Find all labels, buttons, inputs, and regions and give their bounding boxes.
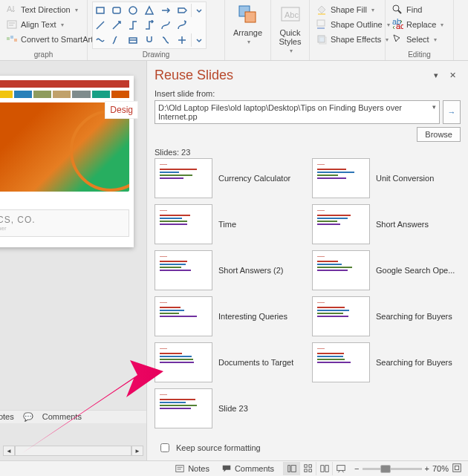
shape-effects-button[interactable]: Shape Effects▾: [314, 33, 380, 46]
shape-outline-icon: [316, 19, 328, 30]
fit-to-window-button[interactable]: [452, 463, 462, 475]
convert-smartart-button[interactable]: Convert to SmartArt▾: [4, 33, 82, 46]
arrange-group: Arrange▾: [225, 0, 271, 60]
insert-from-label: Insert slide from:: [155, 89, 461, 98]
find-icon: [391, 4, 403, 16]
source-path-input[interactable]: D:\Old Laptop Files\old laptop\Desktop\T…: [155, 100, 440, 124]
slide-thumbnail[interactable]: ——: [155, 250, 212, 290]
arrange-icon: [236, 3, 260, 27]
slide-thumbnail[interactable]: ——: [155, 342, 212, 382]
svg-rect-1: [7, 21, 16, 28]
svg-text:A: A: [7, 4, 13, 13]
design-ideas-card[interactable]: Desig ANICS, CO. s together: [0, 76, 134, 247]
slide-item-label: Time: [218, 220, 236, 229]
pane-close-button[interactable]: ✕: [444, 67, 461, 83]
view-buttons: [283, 462, 348, 475]
ribbon: A Text Direction▾ Align Text▾ Convert to…: [0, 0, 468, 61]
notes-label: Notes: [188, 464, 209, 473]
shapes-gallery[interactable]: [92, 1, 207, 49]
zoom-in-button[interactable]: +: [425, 464, 429, 473]
normal-view-button[interactable]: [283, 462, 299, 475]
notes-toggle[interactable]: Notes: [172, 463, 212, 474]
shape-format-group: Shape Fill▾ Shape Outline▾ Shape Effects…: [310, 0, 386, 60]
align-text-icon: [6, 19, 18, 30]
align-text-button[interactable]: Align Text▾: [4, 18, 82, 31]
reuse-slide-item[interactable]: ——Time: [155, 204, 303, 244]
slide-thumbnail[interactable]: ——: [155, 204, 212, 244]
editing-group-label: Editing: [390, 49, 449, 60]
svg-rect-17: [318, 13, 325, 15]
reuse-slide-item[interactable]: ——Searching for Buyers: [312, 296, 461, 336]
svg-rect-7: [97, 7, 104, 13]
slide-thumbnail[interactable]: ——: [312, 342, 370, 382]
scroll-left-button[interactable]: ◄: [3, 446, 15, 456]
slide-thumbnail[interactable]: ——: [312, 158, 370, 198]
svg-rect-30: [291, 466, 296, 472]
svg-text:ac: ac: [396, 22, 403, 30]
reuse-slide-item[interactable]: ——Interesting Queries: [155, 296, 303, 336]
align-text-label: Align Text: [21, 20, 56, 29]
slide-thumbnail[interactable]: ——: [312, 296, 370, 336]
scroll-right-button[interactable]: ►: [131, 446, 143, 456]
keep-source-formatting-label: Keep source formatting: [176, 443, 261, 452]
reading-view-button[interactable]: [316, 462, 332, 475]
find-button[interactable]: Find: [390, 3, 449, 16]
svg-point-9: [129, 7, 137, 14]
reuse-slide-item[interactable]: ——Short Answers: [312, 204, 461, 244]
shape-fill-icon: [316, 4, 328, 16]
slide-item-label: Searching for Buyers: [376, 358, 452, 367]
slideshow-button[interactable]: [332, 462, 348, 475]
reuse-slide-item[interactable]: ——Documents to Target: [155, 342, 303, 382]
slide-item-label: Short Answers: [376, 220, 429, 229]
svg-rect-29: [287, 466, 290, 472]
reuse-slide-item[interactable]: ——Unit Conversion: [312, 158, 461, 198]
slide-thumbnail[interactable]: ——: [155, 158, 212, 198]
reuse-slide-item[interactable]: ——Currency Calculator: [155, 158, 303, 198]
horizontal-scrollbar[interactable]: ◄ ►: [3, 446, 143, 456]
slide-item-label: Unit Conversion: [376, 174, 434, 183]
svg-rect-20: [318, 36, 325, 42]
slide-title-text: ANICS, CO.: [0, 215, 124, 225]
slide-count-label: Slides: 23: [155, 148, 461, 157]
zoom-control[interactable]: − + 70%: [354, 463, 462, 475]
slide-thumbnail[interactable]: ——: [312, 250, 370, 290]
slide-subtitle-text: s together: [0, 225, 124, 232]
sorter-view-button[interactable]: [299, 462, 316, 475]
slide-item-label: Google Search Ope...: [376, 266, 455, 275]
reuse-slides-title: Reuse Slides: [155, 68, 428, 83]
slide-thumbnail[interactable]: ——: [155, 388, 212, 428]
svg-point-22: [393, 5, 399, 11]
svg-rect-4: [7, 37, 10, 40]
shape-outline-button[interactable]: Shape Outline▾: [314, 18, 380, 31]
status-bar: Notes Comments − + 70%: [0, 460, 468, 476]
replace-button[interactable]: abac Replace▾: [390, 18, 449, 31]
text-direction-icon: A: [6, 4, 18, 16]
reuse-slide-item[interactable]: ——Google Search Ope...: [312, 250, 461, 290]
svg-rect-34: [308, 469, 311, 472]
select-button[interactable]: Select▾: [390, 33, 449, 46]
source-path-value: D:\Old Laptop Files\old laptop\Desktop\T…: [158, 103, 402, 121]
slide-thumbnail[interactable]: ——: [312, 204, 370, 244]
ribbon-group-editing: Find abac Replace▾ Select▾ Editing: [386, 0, 454, 60]
comments-label: Comments: [235, 464, 274, 473]
arrange-button[interactable]: Arrange▾: [230, 1, 266, 45]
shape-fill-button[interactable]: Shape Fill▾: [314, 3, 380, 16]
select-label: Select: [406, 35, 429, 44]
reuse-slide-item[interactable]: ——Searching for Buyers: [312, 342, 461, 382]
keep-source-formatting-checkbox[interactable]: [160, 443, 169, 452]
zoom-out-button[interactable]: −: [354, 464, 359, 473]
slide-thumbnail[interactable]: ——: [155, 296, 212, 336]
shape-effects-icon: [316, 33, 328, 45]
shape-outline-label: Shape Outline: [331, 20, 383, 29]
reuse-slide-item[interactable]: ——Slide 23: [155, 388, 303, 428]
pane-options-button[interactable]: ▾: [428, 67, 444, 83]
zoom-slider[interactable]: [363, 468, 422, 470]
go-button[interactable]: →: [443, 100, 461, 124]
replace-icon: abac: [391, 19, 403, 30]
browse-button[interactable]: Browse: [417, 127, 461, 142]
comments-toggle[interactable]: Comments: [218, 463, 277, 474]
text-direction-button[interactable]: A Text Direction▾: [4, 3, 82, 16]
reuse-slide-item[interactable]: ——Short Answers (2): [155, 250, 303, 290]
quick-styles-button[interactable]: Abc Quick Styles▾: [276, 1, 305, 54]
reuse-slide-list: ——Currency Calculator——Unit Conversion——…: [155, 158, 461, 438]
